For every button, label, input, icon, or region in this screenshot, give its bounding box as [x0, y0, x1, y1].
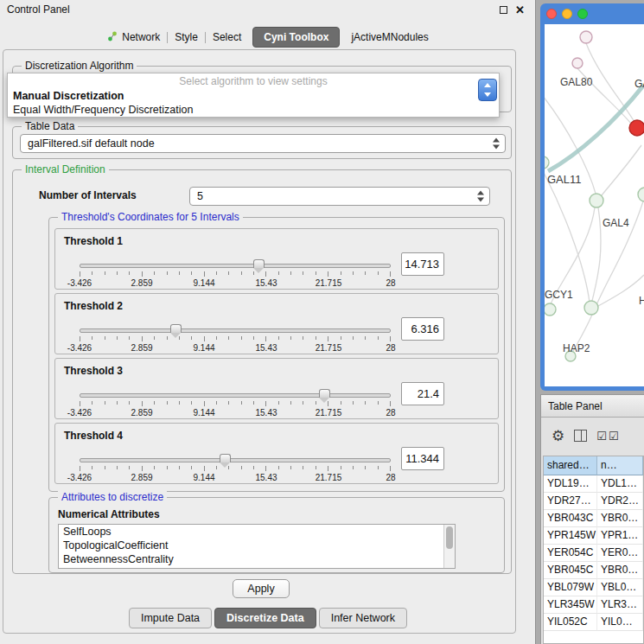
- slider-tick: [278, 401, 279, 405]
- zoom-window-button[interactable]: [577, 9, 588, 19]
- slider-track[interactable]: [80, 458, 391, 462]
- table-cell[interactable]: YIL052C: [544, 614, 597, 631]
- attribute-list-item[interactable]: SelfLoops: [59, 525, 455, 539]
- slider-thumb[interactable]: [253, 259, 265, 268]
- table-row[interactable]: YDL19…YDL1…: [544, 475, 643, 493]
- table-cell[interactable]: YPR145W: [544, 527, 597, 545]
- threshold-value-box[interactable]: 11.344: [401, 447, 444, 470]
- table-cell[interactable]: YDR27…: [544, 493, 597, 510]
- number-of-intervals-combo[interactable]: 5: [189, 187, 490, 206]
- slider-scale-label: -3.426: [67, 278, 92, 288]
- table-row[interactable]: YBR043CYBR0…: [544, 510, 643, 527]
- network-node[interactable]: [572, 58, 583, 68]
- table-row[interactable]: YBR045CYBR0…: [544, 562, 643, 579]
- table-cell[interactable]: YLR3…: [597, 596, 643, 614]
- dropdown-option-equal-width[interactable]: Equal Width/Frequency Discretization: [13, 104, 499, 116]
- tab-discretize-data[interactable]: Discretize Data: [214, 608, 316, 628]
- table-row[interactable]: YBL079WYBL0…: [544, 579, 643, 596]
- table-cell[interactable]: YER0…: [597, 545, 643, 562]
- table-cell[interactable]: YDR2…: [597, 493, 643, 510]
- tab-jactivemnodules[interactable]: jActiveMNodules: [344, 28, 435, 47]
- slider-tick: [117, 401, 118, 405]
- close-icon[interactable]: ✕: [515, 4, 525, 16]
- slider-tick: [328, 466, 328, 471]
- list-scrollbar[interactable]: [443, 525, 455, 568]
- table-cell[interactable]: YBR045C: [544, 562, 597, 579]
- gear-icon[interactable]: ⚙: [552, 429, 564, 443]
- slider-track[interactable]: [80, 328, 391, 333]
- algorithm-combo-arrows[interactable]: [478, 79, 497, 101]
- attribute-list-item[interactable]: TopologicalCoefficient: [59, 539, 455, 552]
- table-cell[interactable]: YBR0…: [597, 562, 643, 579]
- network-node[interactable]: [629, 120, 644, 136]
- slider-scale-label: 2.859: [131, 278, 152, 288]
- table-cell[interactable]: YPR1…: [597, 527, 643, 545]
- table-cell[interactable]: YDL1…: [597, 475, 643, 493]
- tab-infer-network[interactable]: Infer Network: [319, 608, 407, 628]
- float-window-icon[interactable]: [500, 6, 507, 14]
- slider-tick: [378, 466, 379, 469]
- table-data-combo[interactable]: galFiltered.sif default node: [20, 134, 506, 153]
- minimize-window-button[interactable]: [562, 9, 572, 19]
- slider-thumb[interactable]: [170, 324, 182, 333]
- table-cell[interactable]: YER054C: [544, 545, 597, 562]
- network-node[interactable]: [545, 156, 549, 169]
- tab-impute-data[interactable]: Impute Data: [129, 608, 212, 628]
- network-node[interactable]: [638, 188, 644, 201]
- slider-tick: [278, 466, 279, 469]
- threshold-slider[interactable]: -3.4262.8599.14415.4321.71528: [80, 328, 391, 354]
- table-row[interactable]: YIL052CYIL0…: [544, 614, 643, 631]
- list-scrollbar-thumb[interactable]: [446, 526, 453, 549]
- slider-thumb[interactable]: [319, 389, 330, 398]
- table-cell[interactable]: YBR0…: [597, 510, 643, 527]
- slider-tick: [290, 401, 291, 405]
- table-cell[interactable]: YIL0…: [597, 614, 643, 631]
- table-row[interactable]: YDR27…YDR2…: [544, 493, 643, 510]
- checkbox-icons[interactable]: ☑☑: [596, 430, 620, 442]
- slider-tick: [191, 271, 192, 275]
- tab-select[interactable]: Select: [206, 28, 248, 47]
- table-row[interactable]: YPR145WYPR1…: [544, 527, 643, 545]
- network-node[interactable]: [545, 303, 556, 316]
- table-row[interactable]: YER054CYER0…: [544, 545, 643, 562]
- network-node[interactable]: [584, 301, 598, 315]
- network-node[interactable]: [590, 194, 603, 207]
- apply-button[interactable]: Apply: [233, 579, 290, 598]
- table-cell[interactable]: YLR345W: [544, 596, 597, 614]
- threshold-value-box[interactable]: 14.713: [401, 252, 444, 276]
- threshold-value-box[interactable]: 6.316: [401, 317, 444, 341]
- threshold-slider[interactable]: -3.4262.8599.14415.4321.71528: [80, 458, 391, 484]
- attribute-list-item[interactable]: BetweennessCentrality: [59, 552, 455, 566]
- threshold-value-box[interactable]: 21.4: [401, 382, 444, 405]
- table-cell[interactable]: YBL079W: [544, 579, 597, 596]
- table-cell[interactable]: YDL19…: [544, 475, 597, 493]
- network-canvas[interactable]: GAL80GALGAL11GAL4GCY1HAP2H: [545, 24, 644, 386]
- threshold-slider[interactable]: -3.4262.8599.14415.4321.71528: [80, 393, 391, 419]
- columns-icon[interactable]: [574, 430, 587, 442]
- table-cell[interactable]: YBL0…: [597, 579, 643, 596]
- threshold-slider[interactable]: -3.4262.8599.14415.4321.71528: [80, 264, 391, 290]
- slider-tick: [241, 466, 242, 469]
- network-node-label: GAL4: [603, 217, 629, 229]
- dropdown-prompt: Select algorithm to view settings: [8, 73, 499, 87]
- network-node[interactable]: [580, 31, 592, 43]
- close-window-button[interactable]: [546, 9, 557, 19]
- tab-style[interactable]: Style: [168, 28, 205, 47]
- column-header[interactable]: shared…: [544, 456, 597, 475]
- slider-track[interactable]: [80, 264, 391, 268]
- slider-ticks: [80, 466, 391, 471]
- slider-tick: [105, 466, 105, 469]
- slider-track[interactable]: [80, 393, 391, 398]
- slider-tick: [204, 466, 205, 471]
- algorithm-group-title: Discretization Algorithm: [22, 60, 137, 72]
- column-header[interactable]: n…: [597, 456, 643, 475]
- slider-tick: [142, 466, 143, 471]
- dropdown-option-manual-discretization[interactable]: Manual Discretization: [13, 90, 499, 102]
- table-row[interactable]: YLR345WYLR3…: [544, 596, 643, 614]
- tab-cyni-toolbox[interactable]: Cyni Toolbox: [252, 27, 340, 48]
- slider-thumb[interactable]: [220, 454, 231, 462]
- network-edge: [545, 168, 590, 303]
- numerical-attributes-list[interactable]: SelfLoopsTopologicalCoefficientBetweenne…: [58, 524, 456, 569]
- tab-network[interactable]: Network: [100, 28, 167, 48]
- table-cell[interactable]: YBR043C: [544, 510, 597, 527]
